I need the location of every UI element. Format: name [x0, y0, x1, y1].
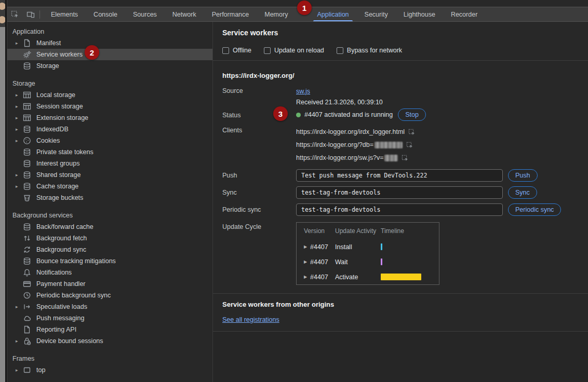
sidebar-item-cache-storage[interactable]: ▸Cache storage: [7, 181, 212, 192]
tab-lighthouse[interactable]: Lighthouse: [396, 7, 443, 21]
push-button[interactable]: Push: [508, 169, 538, 182]
sidebar-item-label: Interest groups: [36, 160, 79, 167]
sidebar-item-session-storage[interactable]: ▸Session storage: [7, 101, 212, 112]
expander-icon[interactable]: ▸: [16, 184, 23, 189]
gear-icon: [23, 50, 31, 59]
tab-application[interactable]: Application: [309, 7, 356, 21]
sidebar-item-notifications[interactable]: Notifications: [7, 267, 212, 278]
expander-icon[interactable]: ▶: [304, 275, 310, 279]
client-url: https://irdx-logger.org/?db=: [296, 139, 373, 152]
redacted-value: [375, 142, 403, 148]
tab-console[interactable]: Console: [86, 7, 125, 21]
tab-network[interactable]: Network: [165, 7, 204, 21]
db-icon: [23, 159, 31, 168]
db-icon: [23, 171, 31, 179]
expander-icon[interactable]: ▸: [16, 338, 23, 344]
sidebar-item-back-forward-cache[interactable]: Back/forward cache: [7, 221, 212, 233]
sidebar-item-background-fetch[interactable]: Background fetch: [7, 233, 212, 244]
sidebar-item-push-messaging[interactable]: Push messaging: [7, 312, 212, 324]
redacted-value: [384, 155, 398, 161]
sidebar-item-storage[interactable]: Storage: [7, 60, 212, 72]
sidebar-item-device-bound-sessions[interactable]: ▸Device bound sessions: [7, 335, 212, 347]
version-cell: ▶#4407: [297, 274, 335, 281]
tab-memory[interactable]: Memory: [257, 7, 296, 21]
sidebar-item-interest-groups[interactable]: Interest groups: [7, 158, 212, 169]
expander-icon[interactable]: ▸: [16, 304, 23, 309]
sidebar-item-periodic-background-sync[interactable]: Periodic background sync: [7, 290, 212, 301]
sidebar-item-indexeddb[interactable]: ▸IndexedDB: [7, 124, 212, 135]
focus-client-icon[interactable]: [408, 129, 416, 136]
tab-recorder[interactable]: Recorder: [443, 7, 485, 21]
lock-icon: [23, 337, 31, 345]
service-workers-panel: Service workers OfflineUpdate on reloadB…: [213, 22, 588, 382]
update-cycle-table: Version Update Activity Timeline ▶#4407I…: [296, 222, 439, 285]
checkbox-offline[interactable]: Offline: [222, 47, 251, 54]
checkbox-box[interactable]: [222, 47, 229, 54]
sidebar-item-label: Reporting API: [36, 326, 76, 333]
sidebar-item-local-storage[interactable]: ▸Local storage: [7, 89, 212, 101]
sidebar-item-label: Background fetch: [36, 235, 87, 242]
tab-elements[interactable]: Elements: [43, 7, 86, 21]
client-row: https://irdx-logger.org/irdx_logger.html: [296, 126, 416, 139]
panel-tabs: ElementsConsoleSourcesNetworkPerformance…: [43, 7, 485, 21]
sidebar-item-extension-storage[interactable]: ▸Extension storage: [7, 112, 212, 124]
sidebar-item-private-state-tokens[interactable]: Private state tokens: [7, 146, 212, 158]
expander-icon[interactable]: ▶: [304, 260, 310, 264]
annotation-badge-3: 3: [273, 106, 288, 121]
see-all-registrations-link[interactable]: See all registrations: [222, 316, 279, 323]
sidebar-item-top[interactable]: ▸top: [7, 364, 212, 376]
sidebar-item-payment-handler[interactable]: Payment handler: [7, 278, 212, 290]
sidebar-item-speculative-loads[interactable]: ▸Speculative loads: [7, 301, 212, 312]
checkbox-box[interactable]: [264, 47, 271, 54]
tab-security[interactable]: Security: [357, 7, 396, 21]
stop-button[interactable]: Stop: [398, 108, 426, 121]
expander-icon[interactable]: ▶: [304, 244, 310, 249]
client-row: https://irdx-logger.org/sw.js?v=: [296, 152, 416, 165]
sidebar-item-shared-storage[interactable]: ▸Shared storage: [7, 169, 212, 181]
focus-client-icon[interactable]: [402, 155, 409, 162]
sidebar-item-manifest[interactable]: ▸Manifest: [7, 37, 212, 49]
expander-icon[interactable]: ▸: [16, 115, 23, 120]
checkbox-update-on-reload[interactable]: Update on reload: [264, 47, 324, 54]
sync-button[interactable]: Sync: [508, 186, 537, 199]
other-origins-title: Service workers from other origins: [222, 300, 578, 309]
timeline-bar: [381, 243, 382, 250]
source-file-link[interactable]: sw.js: [296, 88, 310, 95]
sidebar-item-storage-buckets[interactable]: Storage buckets: [7, 192, 212, 203]
expander-icon[interactable]: ▸: [16, 92, 23, 98]
update-cycle-row-activate: ▶#4407Activate: [297, 269, 439, 284]
sidebar-item-service-workers[interactable]: Service workers: [7, 49, 212, 60]
tab-performance[interactable]: Performance: [204, 7, 257, 21]
page-title: Service workers: [222, 28, 578, 37]
tab-sources[interactable]: Sources: [125, 7, 165, 21]
sidebar-item-cookies[interactable]: ▸Cookies: [7, 135, 212, 146]
push-message-input[interactable]: [296, 169, 503, 182]
page-scrollbar[interactable]: [0, 0, 5, 382]
inspect-element-icon[interactable]: [7, 8, 23, 21]
expander-icon[interactable]: ▸: [16, 40, 23, 46]
expander-icon[interactable]: ▸: [16, 127, 23, 132]
checkbox-box[interactable]: [337, 47, 343, 54]
update-cycle-label: Update Cycle: [222, 222, 296, 230]
sync-tag-input[interactable]: [296, 186, 503, 199]
other-origins-section: Service workers from other origins See a…: [213, 294, 588, 332]
expander-icon[interactable]: ▸: [16, 172, 23, 178]
focus-client-icon[interactable]: [406, 142, 413, 149]
periodic-sync-button[interactable]: Periodic sync: [508, 203, 561, 216]
updown-icon: [23, 234, 31, 242]
expander-icon[interactable]: ▸: [16, 104, 23, 109]
version-cell: ▶#4407: [297, 258, 335, 266]
section-title-application: Application: [7, 26, 212, 37]
sidebar-item-bounce-tracking-mitigations[interactable]: Bounce tracking mitigations: [7, 255, 212, 267]
sidebar-section-frames: Frames▸top: [7, 353, 212, 376]
toolbar-divider: [39, 10, 40, 19]
expander-icon[interactable]: ▸: [16, 367, 23, 373]
periodic-sync-tag-input[interactable]: [296, 203, 503, 216]
checkbox-bypass-for-network[interactable]: Bypass for network: [337, 47, 402, 54]
sidebar-item-reporting-api[interactable]: Reporting API: [7, 324, 212, 335]
section-title-frames: Frames: [7, 353, 212, 364]
sidebar-item-background-sync[interactable]: Background sync: [7, 244, 212, 255]
expander-icon[interactable]: ▸: [16, 138, 23, 143]
update-cycle-row-wait: ▶#4407Wait: [297, 254, 439, 269]
device-toolbar-icon[interactable]: [23, 8, 38, 21]
